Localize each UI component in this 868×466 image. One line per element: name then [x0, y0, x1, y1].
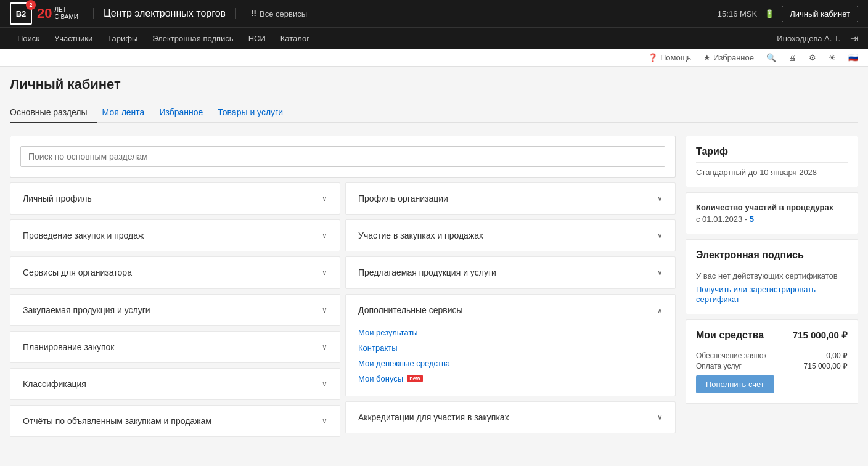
- chevron-down-icon: ∨: [657, 413, 663, 422]
- chevron-up-icon: ∧: [657, 306, 663, 315]
- print-button[interactable]: 🖨: [788, 53, 796, 62]
- chevron-down-icon: ∨: [322, 268, 327, 277]
- funds-details: Обеспечение заявок 0,00 ₽ Оплата услуг 7…: [696, 346, 848, 393]
- sub-item-contracts[interactable]: Контракты: [358, 341, 663, 355]
- sub-item-my-results[interactable]: Мои результаты: [358, 325, 663, 340]
- accordion-right-col: Профиль организации ∨ Участие в закупках…: [345, 182, 676, 437]
- chevron-down-icon: ∨: [322, 380, 327, 388]
- nav-search[interactable]: Поиск: [10, 29, 47, 48]
- grid-icon: ⠿: [251, 9, 257, 18]
- tab-my-feed[interactable]: Моя лента: [102, 102, 155, 122]
- accordion-additional-services: Дополнительные сервисы ∧ Мои результаты …: [345, 294, 676, 396]
- chevron-down-icon: ∨: [657, 194, 663, 203]
- content-sidebar: Тариф Стандартный до 10 января 2028 Коли…: [686, 136, 858, 437]
- personal-cabinet-button[interactable]: Личный кабинет: [782, 6, 858, 22]
- main-content: Личный кабинет Основные разделы Моя лент…: [0, 67, 868, 459]
- search-container: [10, 136, 676, 178]
- ep-link[interactable]: Получить или зарегистрировать сертификат: [696, 285, 816, 304]
- accordion-organizer-services[interactable]: Сервисы для организатора ∨: [10, 256, 340, 288]
- search-input[interactable]: [20, 146, 665, 167]
- accordion-grid: Личный профиль ∨ Проведение закупок и пр…: [10, 182, 676, 437]
- time-display: 15:16 MSK: [718, 9, 757, 18]
- new-badge: new: [407, 375, 423, 382]
- nav-participants[interactable]: Участники: [47, 29, 100, 48]
- tariff-value: Стандартный до 10 января 2028: [696, 168, 848, 177]
- content-main: Личный профиль ∨ Проведение закупок и пр…: [10, 136, 676, 437]
- nav-ep[interactable]: Электронная подпись: [145, 29, 240, 48]
- settings-button[interactable]: ⚙: [809, 53, 816, 62]
- accordion-procurement-sales[interactable]: Проведение закупок и продаж ∨: [10, 219, 340, 251]
- tabs-row: Основные разделы Моя лента Избранное Тов…: [10, 102, 858, 123]
- funds-header-row: Мои средства 715 000,00 ₽: [696, 330, 848, 341]
- accordion-classification[interactable]: Классификация ∨: [10, 368, 340, 400]
- help-link[interactable]: ❓ Помощь: [648, 53, 691, 62]
- chevron-down-icon: ∨: [322, 231, 327, 240]
- flag-icon: 🇷🇺: [848, 53, 858, 62]
- ep-card: Электронная подпись У вас нет действующи…: [686, 239, 858, 314]
- accordion-left-col: Личный профиль ∨ Проведение закупок и пр…: [10, 182, 340, 437]
- sub-header: Поиск Участники Тарифы Электронная подпи…: [0, 27, 868, 49]
- chevron-down-icon: ∨: [657, 268, 663, 277]
- participation-subtitle: с 01.01.2023 - 5: [696, 215, 848, 224]
- accordion-purchased-products[interactable]: Закупаемая продукция и услуги ∨: [10, 294, 340, 326]
- sub-item-my-bonuses[interactable]: Мои бонусы new: [358, 372, 663, 386]
- sub-item-my-funds[interactable]: Мои денежные средства: [358, 356, 663, 370]
- favorites-link[interactable]: ★ Избранное: [703, 53, 754, 62]
- chevron-down-icon: ∨: [322, 306, 327, 314]
- nav-nsi[interactable]: НСИ: [241, 29, 273, 48]
- logo-badge: 2: [26, 0, 36, 10]
- gear-icon: ⚙: [809, 53, 816, 62]
- chevron-down-icon: ∨: [322, 417, 327, 425]
- search-util-button[interactable]: 🔍: [766, 53, 776, 62]
- logo-area: B2 2 20 ЛЕТ С ВАМИ: [10, 2, 78, 25]
- utility-bar: ❓ Помощь ★ Избранное 🔍 🖨 ⚙ ☀ 🇷🇺: [0, 49, 868, 67]
- tariff-card: Тариф Стандартный до 10 января 2028: [686, 136, 858, 187]
- page-title: Личный кабинет: [10, 76, 858, 92]
- accordion-offered-products[interactable]: Предлагаемая продукция и услуги ∨: [345, 256, 676, 288]
- nav-menu: Поиск Участники Тарифы Электронная подпи…: [10, 29, 774, 48]
- content-layout: Личный профиль ∨ Проведение закупок и пр…: [10, 136, 858, 437]
- accordion-accreditation[interactable]: Аккредитации для участия в закупках ∨: [345, 401, 676, 433]
- accordion-org-profile[interactable]: Профиль организации ∨: [345, 182, 676, 215]
- logo-20: 20: [37, 7, 52, 20]
- chevron-down-icon: ∨: [657, 231, 663, 240]
- ep-title: Электронная подпись: [696, 250, 848, 266]
- logout-icon[interactable]: ⇥: [850, 33, 858, 44]
- logo-years: ЛЕТ С ВАМИ: [54, 6, 78, 21]
- tab-main-sections[interactable]: Основные разделы: [10, 102, 97, 123]
- top-header: B2 2 20 ЛЕТ С ВАМИ Центр электронных тор…: [0, 0, 868, 27]
- chevron-down-icon: ∨: [322, 194, 327, 203]
- tab-goods-services[interactable]: Товары и услуги: [218, 102, 293, 122]
- accordion-planning[interactable]: Планирование закупок ∨: [10, 331, 340, 363]
- funds-card: Мои средства 715 000,00 ₽ Обеспечение за…: [686, 319, 858, 404]
- funds-detail-row-0: Обеспечение заявок 0,00 ₽: [696, 351, 848, 360]
- language-button[interactable]: 🇷🇺: [848, 53, 858, 62]
- theme-button[interactable]: ☀: [829, 53, 836, 62]
- participation-card: Количество участий в процедурах с 01.01.…: [686, 192, 858, 234]
- all-services-link[interactable]: ⠿ Все сервисы: [251, 9, 307, 18]
- accordion-additional-services-header[interactable]: Дополнительные сервисы ∧: [358, 295, 663, 321]
- logo-b2: B2 2: [10, 2, 32, 25]
- participation-title: Количество участий в процедурах: [696, 203, 848, 212]
- accordion-participation[interactable]: Участие в закупках и продажах ∨: [345, 219, 676, 251]
- funds-detail-row-1: Оплата услуг 715 000,00 ₽: [696, 362, 848, 370]
- sub-header-right: Иноходцева А. Т. ⇥: [777, 33, 858, 44]
- accordion-personal-profile[interactable]: Личный профиль ∨: [10, 182, 340, 215]
- tab-favorites[interactable]: Избранное: [159, 102, 213, 122]
- sun-icon: ☀: [829, 53, 836, 62]
- nav-tariffs[interactable]: Тарифы: [100, 29, 145, 48]
- print-icon: 🖨: [788, 53, 796, 62]
- participation-count: 5: [750, 215, 754, 224]
- battery-icon: 🔋: [764, 9, 774, 18]
- site-title: Центр электронных торгов: [93, 8, 236, 19]
- chevron-down-icon: ∨: [322, 343, 327, 351]
- funds-title: Мои средства: [696, 330, 764, 341]
- accordion-reports[interactable]: Отчёты по объявленным закупкам и продажа…: [10, 405, 340, 437]
- user-name: Иноходцева А. Т.: [777, 34, 840, 43]
- help-icon: ❓: [648, 53, 658, 62]
- replenish-button[interactable]: Пополнить счет: [696, 375, 774, 393]
- nav-catalog[interactable]: Каталог: [273, 29, 317, 48]
- additional-services-list: Мои результаты Контракты Мои денежные ср…: [358, 321, 663, 388]
- star-icon: ★: [703, 53, 711, 62]
- funds-amount: 715 000,00 ₽: [793, 330, 848, 341]
